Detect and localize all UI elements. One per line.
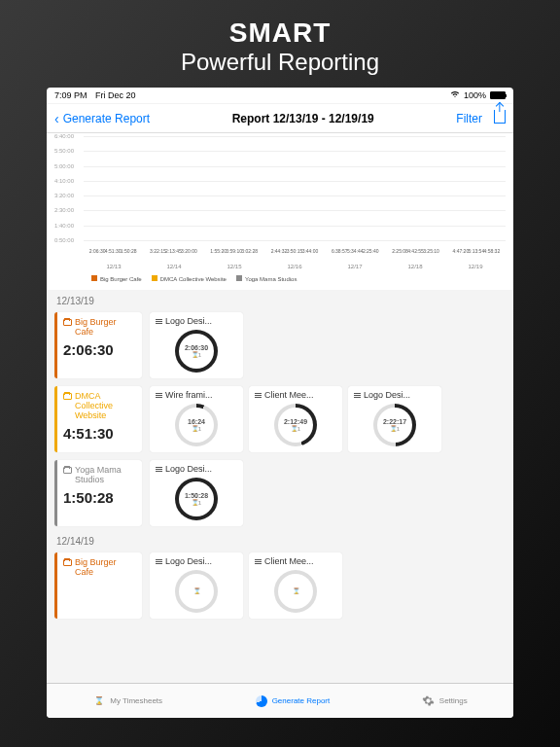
x-tick: 12/15 xyxy=(204,264,264,269)
nav-bar: ‹ Generate Report Report 12/13/19 - 12/1… xyxy=(47,104,513,133)
project-card[interactable]: Big Burger Cafe xyxy=(54,552,142,619)
task-name: Logo Desi... xyxy=(165,556,212,566)
gear-icon xyxy=(422,694,436,708)
list-icon xyxy=(156,319,162,324)
project-card[interactable]: DMCA Collective Website4:51:30 xyxy=(54,386,142,452)
project-name: Big Burger Cafe xyxy=(75,558,136,578)
task-dial: 2:22:17⌛1 xyxy=(373,404,416,446)
share-icon xyxy=(494,110,506,124)
task-name: Client Mee... xyxy=(264,556,314,566)
project-name: Yoga Mama Studios xyxy=(75,466,136,485)
task-dial: ⌛ xyxy=(175,570,218,613)
task-card[interactable]: Client Mee...2:12:49⌛1 xyxy=(249,386,342,452)
day-header: 12/13/19 xyxy=(47,290,513,308)
tab-generate-report[interactable]: Generate Report xyxy=(255,694,331,708)
back-label: Generate Report xyxy=(63,112,150,125)
project-row: Big Burger Cafe2:06:30Logo Desi...2:06:3… xyxy=(47,308,513,382)
project-row: Big Burger CafeLogo Desi...⌛Client Mee..… xyxy=(47,549,513,622)
task-dial: 2:06:30⌛1 xyxy=(175,330,218,373)
day-header: 12/14/19 xyxy=(47,530,513,549)
hourglass-icon: ⌛ xyxy=(92,694,106,708)
x-tick: 12/13 xyxy=(84,264,144,269)
project-total-time: 2:06:30 xyxy=(63,341,136,358)
list-icon xyxy=(156,467,162,472)
task-card[interactable]: Wire frami...16:24⌛1 xyxy=(150,386,243,452)
project-row: DMCA Collective Website4:51:30Wire frami… xyxy=(47,382,513,456)
chart-area: 0:50:001:40:002:30:003:20:004:10:005:00:… xyxy=(47,133,513,290)
filter-button[interactable]: Filter xyxy=(456,112,482,125)
list-icon xyxy=(255,559,262,564)
tab-report-label: Generate Report xyxy=(272,696,331,705)
wifi-icon xyxy=(450,90,460,100)
project-card[interactable]: Yoga Mama Studios1:50:28 xyxy=(54,460,142,526)
task-dial: 16:24⌛1 xyxy=(175,404,218,446)
list-icon xyxy=(156,393,162,398)
promo-line1: SMART xyxy=(0,18,560,49)
status-bar: 7:09 PM Fri Dec 20 100% xyxy=(47,88,513,104)
task-name: Logo Desi... xyxy=(364,390,410,400)
x-tick: 12/14 xyxy=(144,264,204,269)
folder-icon xyxy=(63,393,72,400)
tab-timesheets[interactable]: ⌛ My Timesheets xyxy=(92,694,162,708)
tab-bar: ⌛ My Timesheets Generate Report Settings xyxy=(47,683,513,718)
chevron-left-icon: ‹ xyxy=(54,111,59,126)
task-name: Logo Desi... xyxy=(165,464,212,474)
folder-icon xyxy=(63,319,72,326)
project-total-time: 1:50:28 xyxy=(63,489,136,506)
pie-chart-icon xyxy=(255,694,268,708)
share-button[interactable] xyxy=(494,110,506,126)
tab-timesheets-label: My Timesheets xyxy=(110,696,162,705)
tab-settings[interactable]: Settings xyxy=(422,694,468,708)
device-frame: 7:09 PM Fri Dec 20 100% ‹ Generate Repor… xyxy=(47,88,513,718)
project-total-time: 4:51:30 xyxy=(63,425,136,442)
report-bar-chart[interactable]: 0:50:001:40:002:30:003:20:004:10:005:00:… xyxy=(54,137,506,273)
list-icon xyxy=(255,393,262,398)
project-row: Yoga Mama Studios1:50:28Logo Desi...1:50… xyxy=(47,456,513,530)
legend-item: DMCA Collective Website xyxy=(152,275,227,282)
project-name: DMCA Collective Website xyxy=(75,392,136,421)
folder-icon xyxy=(63,467,72,474)
chart-legend: Big Burger CafeDMCA Collective WebsiteYo… xyxy=(54,273,506,288)
project-card[interactable]: Big Burger Cafe2:06:30 xyxy=(54,312,142,378)
task-name: Logo Desi... xyxy=(165,316,212,326)
list-icon xyxy=(156,559,162,564)
task-card[interactable]: Logo Desi...⌛ xyxy=(150,552,243,619)
task-dial: 2:12:49⌛1 xyxy=(274,404,317,446)
promo-line2: Powerful Reporting xyxy=(0,49,560,76)
task-card[interactable]: Logo Desi...2:22:17⌛1 xyxy=(348,386,441,452)
legend-item: Yoga Mama Studios xyxy=(236,275,297,282)
project-name: Big Burger Cafe xyxy=(75,318,136,338)
promo-header: SMART Powerful Reporting xyxy=(0,0,560,88)
folder-icon xyxy=(63,559,72,566)
page-title: Report 12/13/19 - 12/19/19 xyxy=(232,112,374,125)
task-card[interactable]: Client Mee...⌛ xyxy=(249,552,342,619)
task-name: Client Mee... xyxy=(264,390,314,400)
legend-item: Big Burger Cafe xyxy=(91,275,142,282)
task-dial: ⌛ xyxy=(274,570,317,613)
battery-percent: 100% xyxy=(464,90,486,100)
task-name: Wire frami... xyxy=(165,390,213,400)
status-time: 7:09 PM xyxy=(54,90,88,100)
tab-settings-label: Settings xyxy=(439,696,468,705)
x-tick: 12/16 xyxy=(264,264,325,269)
back-button[interactable]: ‹ Generate Report xyxy=(54,111,150,126)
report-rows[interactable]: 12/13/19Big Burger Cafe2:06:30Logo Desi.… xyxy=(47,290,513,683)
x-tick: 12/19 xyxy=(445,264,506,269)
task-card[interactable]: Logo Desi...1:50:28⌛1 xyxy=(150,460,243,526)
status-date: Fri Dec 20 xyxy=(95,90,136,100)
task-card[interactable]: Logo Desi...2:06:30⌛1 xyxy=(150,312,243,378)
x-tick: 12/18 xyxy=(385,264,445,269)
battery-icon xyxy=(490,91,506,99)
x-tick: 12/17 xyxy=(325,264,385,269)
list-icon xyxy=(354,393,361,398)
task-dial: 1:50:28⌛1 xyxy=(175,478,218,520)
